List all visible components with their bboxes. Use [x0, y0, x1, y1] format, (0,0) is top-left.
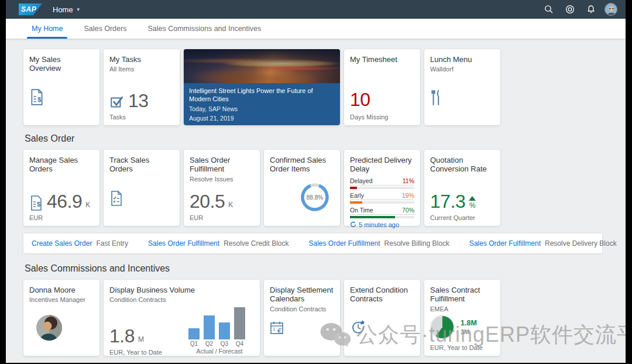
launchpad-content: My Sales Overview $ My Tasks All Items 1…: [6, 39, 626, 356]
my-home-tile-row: My Sales Overview $ My Tasks All Items 1…: [23, 49, 608, 125]
tile-lunch-menu[interactable]: Lunch Menu Walldorf: [424, 49, 500, 125]
x-label: Q3: [219, 341, 230, 347]
delivery-value: 70%: [402, 207, 414, 214]
create-sales-order-link[interactable]: Create Sales Order: [32, 239, 92, 248]
bar-chart-caption: Actual / Forecast: [185, 348, 254, 355]
delivery-value: 11%: [403, 177, 414, 184]
copilot-icon: [565, 5, 575, 14]
tile-my-sales-overview[interactable]: My Sales Overview $: [23, 49, 99, 125]
tile-footer: EUR: [190, 214, 254, 221]
tile-manage-sales-orders[interactable]: Manage Sales Orders $ 46.9 K EUR: [23, 150, 99, 226]
bar-q2: [204, 315, 215, 339]
business-volume-value: 1.8: [109, 327, 135, 345]
refresh-status[interactable]: 5 minutes ago: [350, 221, 414, 228]
tile-subtitle: Condition Contracts: [109, 296, 254, 303]
user-avatar-image: [605, 4, 617, 16]
task-check-icon: [109, 95, 125, 110]
delivery-row-on-time: On Time70%: [350, 207, 414, 218]
link-group-resolve-billing-block: Sales Order Fulfillment Resolve Billing …: [309, 239, 449, 248]
news-headline: Intelligent Street Lights Power the Futu…: [189, 87, 335, 104]
bar-q1: [188, 328, 200, 339]
manage-sales-orders-value: 46.9: [47, 192, 82, 211]
tile-subtitle: Condition Contracts: [270, 305, 334, 313]
copilot-button[interactable]: [562, 2, 578, 17]
tile-extend-condition-contracts[interactable]: Extend Condition Contracts: [344, 280, 420, 356]
x-label: Q1: [188, 341, 200, 347]
quarterly-bar-chart: Q1 Q2 Q3 Q4 Actual / Forecast: [185, 303, 254, 356]
search-icon: [544, 5, 554, 14]
tile-subtitle: Resolve Issues: [190, 176, 254, 183]
search-button[interactable]: [541, 2, 557, 17]
delivery-bar-fill: [350, 187, 357, 189]
sales-order-fulfillment-link[interactable]: Sales Order Fulfillment: [148, 239, 219, 248]
notifications-button[interactable]: [583, 2, 599, 17]
tile-subtitle: Incentives Manager: [29, 296, 94, 303]
delivery-row-early: Early19%: [350, 192, 414, 204]
section-heading-commissions: Sales Commissions and Incentives: [25, 263, 608, 274]
kpi-row: $ 46.9 K: [29, 192, 94, 211]
tasks-count: 13: [128, 91, 149, 110]
tile-sales-contract-fulfillment[interactable]: Sales Contract Fulfillment EMEA 1.8M 3M …: [424, 280, 500, 356]
tile-my-timesheet[interactable]: My Timesheet 10 Days Missing: [344, 49, 420, 125]
tile-confirmed-sales-order-items[interactable]: Confirmed Sales Order Items 88.8%: [264, 150, 340, 226]
tile-predicted-delivery-delay[interactable]: Predicted Delivery Delay Delayed11% Earl…: [344, 150, 420, 226]
svg-text:€: €: [277, 327, 282, 335]
tile-subtitle: All Items: [109, 66, 174, 73]
news-date: August 21, 2019: [189, 114, 335, 122]
manager-avatar: [36, 315, 62, 341]
tile-title: My Timesheet: [350, 55, 414, 64]
tile-footer: Current Quarter: [430, 214, 494, 221]
refresh-icon: [350, 221, 356, 228]
tile-sap-news[interactable]: Intelligent Street Lights Power the Futu…: [184, 49, 340, 125]
meal-icon: [430, 90, 494, 108]
contract-actual-value: 1.8M: [461, 319, 477, 327]
user-avatar[interactable]: [604, 3, 617, 16]
tile-title: Display Settlement Calendars: [270, 286, 334, 304]
quotation-unit: %: [469, 201, 476, 210]
tile-title: My Sales Overview: [29, 55, 94, 73]
tile-quotation-conversion-rate[interactable]: Quotation Conversion Rate 17.3 % Current…: [424, 150, 500, 226]
section-heading-sales-order: Sales Order: [25, 133, 608, 144]
bar-chart-bars: [185, 303, 254, 339]
tile-display-settlement-calendars[interactable]: Display Settlement Calendars Condition C…: [264, 280, 340, 356]
tile-title: Donna Moore: [29, 286, 94, 294]
fulfillment-value: 20.5: [190, 192, 225, 211]
shell-header: SAP Home ▼: [6, 0, 626, 19]
tab-sales-orders[interactable]: Sales Orders: [77, 19, 133, 39]
screenshot-stage: SAP Home ▼ My Home Sales Orders Sales Co…: [0, 0, 632, 364]
quotation-value: 17.3: [430, 192, 465, 211]
delivery-label: Early: [350, 192, 364, 199]
svg-text:$: $: [37, 201, 40, 208]
sales-order-fulfillment-link[interactable]: Sales Order Fulfillment: [469, 239, 541, 248]
sap-logo[interactable]: SAP: [19, 4, 42, 15]
tile-my-tasks[interactable]: My Tasks All Items 13 Tasks: [104, 49, 180, 125]
tab-sales-commissions-and-incentives[interactable]: Sales Commissions and Incentives: [140, 19, 268, 39]
tile-title: Sales Order Fulfillment: [190, 156, 254, 174]
shell-title-label: Home: [53, 5, 73, 14]
news-image: [184, 49, 340, 83]
tile-track-sales-orders[interactable]: Track Sales Orders: [104, 150, 180, 226]
sap-logo-text: SAP: [21, 5, 36, 13]
home-navigation-menu[interactable]: Home ▼: [53, 5, 81, 14]
tile-footer: EUR, Year to Date: [430, 344, 494, 351]
tile-sales-order-fulfillment[interactable]: Sales Order Fulfillment Resolve Issues 2…: [184, 150, 260, 226]
news-overlay: Intelligent Street Lights Power the Futu…: [184, 83, 340, 125]
tab-my-home[interactable]: My Home: [25, 19, 70, 39]
kpi-row: 17.3 %: [430, 192, 494, 211]
sales-document-icon: $: [29, 89, 94, 108]
delivery-row-delayed: Delayed11%: [350, 177, 414, 189]
bar-chart-x-labels: Q1 Q2 Q3 Q4: [185, 341, 254, 347]
quick-links-strip: Create Sales Order Fast Entry Sales Orde…: [23, 233, 602, 253]
tile-title: Track Sales Orders: [109, 156, 174, 174]
tile-footer: Days Missing: [350, 114, 414, 121]
contract-values: 1.8M 3M: [461, 319, 477, 335]
news-source: Today, SAP News: [189, 105, 335, 113]
trend-up-icon: [469, 196, 476, 201]
tile-display-business-volume[interactable]: Display Business Volume Condition Contra…: [104, 280, 260, 356]
tile-title: Display Business Volume: [109, 286, 254, 294]
tile-subtitle: EMEA: [430, 305, 494, 313]
tile-donna-moore[interactable]: Donna Moore Incentives Manager: [23, 280, 99, 356]
tile-footer: Tasks: [109, 114, 174, 121]
delivery-bar-track: [350, 216, 414, 218]
sales-order-fulfillment-link[interactable]: Sales Order Fulfillment: [309, 239, 380, 248]
